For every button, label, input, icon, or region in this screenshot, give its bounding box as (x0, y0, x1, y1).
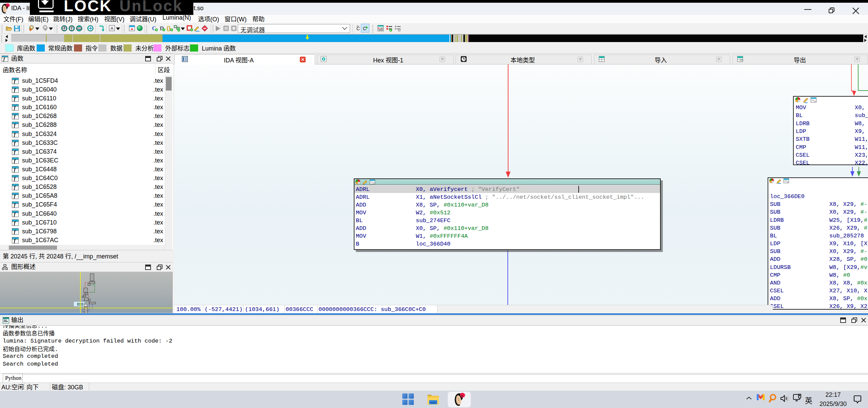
svg-text:{}: {} (167, 25, 171, 31)
svg-text:C: C (363, 26, 366, 31)
svg-text:A: A (111, 26, 114, 31)
svg-text:T: T (71, 26, 73, 30)
svg-text:NOW: NOW (77, 27, 82, 30)
svg-text:#: # (63, 26, 65, 30)
svg-text:C: C (356, 26, 360, 31)
